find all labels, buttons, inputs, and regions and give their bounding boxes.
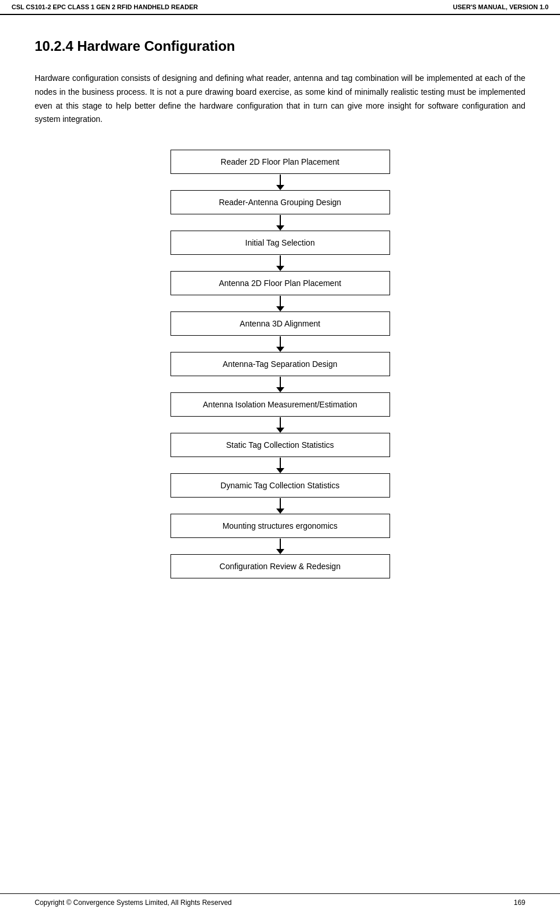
arrow-line <box>280 498 281 509</box>
flow-arrow <box>276 214 284 231</box>
arrow-line <box>280 215 281 225</box>
flow-arrow <box>276 336 284 352</box>
flowchart: Reader 2D Floor Plan PlacementReader-Ant… <box>35 150 525 578</box>
arrow-head <box>276 387 284 392</box>
footer-copyright: Copyright © Convergence Systems Limited,… <box>35 899 232 907</box>
arrow-head <box>276 468 284 473</box>
body-paragraph: Hardware configuration consists of desig… <box>35 72 525 127</box>
arrow-head <box>276 225 284 231</box>
flow-box: Static Tag Collection Statistics <box>170 433 390 457</box>
arrow-head <box>276 549 284 554</box>
flow-arrow <box>276 255 284 271</box>
arrow-head <box>276 428 284 433</box>
page-header: CSL CS101-2 EPC CLASS 1 GEN 2 RFID HANDH… <box>0 0 560 15</box>
footer-page-number: 169 <box>514 899 525 907</box>
arrow-line <box>280 336 281 347</box>
page-footer: Copyright © Convergence Systems Limited,… <box>0 893 560 907</box>
flow-arrow <box>276 417 284 433</box>
flow-arrow <box>276 498 284 514</box>
flow-box: Dynamic Tag Collection Statistics <box>170 473 390 498</box>
arrow-line <box>280 458 281 468</box>
flow-box: Reader-Antenna Grouping Design <box>170 190 390 214</box>
flow-box: Mounting structures ergonomics <box>170 514 390 538</box>
arrow-line <box>280 539 281 549</box>
arrow-line <box>280 377 281 387</box>
flow-box: Antenna Isolation Measurement/Estimation <box>170 392 390 417</box>
arrow-head <box>276 185 284 190</box>
flow-box: Initial Tag Selection <box>170 231 390 255</box>
arrow-head <box>276 306 284 311</box>
arrow-head <box>276 266 284 271</box>
flow-box: Reader 2D Floor Plan Placement <box>170 150 390 174</box>
flow-box: Configuration Review & Redesign <box>170 554 390 578</box>
arrow-line <box>280 175 281 185</box>
arrow-line <box>280 255 281 266</box>
flow-arrow <box>276 295 284 311</box>
arrow-line <box>280 417 281 428</box>
flow-arrow <box>276 174 284 190</box>
header-left: CSL CS101-2 EPC CLASS 1 GEN 2 RFID HANDH… <box>12 3 198 10</box>
arrow-line <box>280 296 281 306</box>
arrow-head <box>276 347 284 352</box>
arrow-head <box>276 509 284 514</box>
flow-arrow <box>276 376 284 392</box>
flow-arrow <box>276 538 284 554</box>
flow-box: Antenna 2D Floor Plan Placement <box>170 271 390 295</box>
flow-box: Antenna-Tag Separation Design <box>170 352 390 376</box>
main-content: 10.2.4 Hardware Configuration Hardware c… <box>0 15 560 613</box>
flow-box: Antenna 3D Alignment <box>170 311 390 336</box>
flow-arrow <box>276 457 284 473</box>
section-heading: 10.2.4 Hardware Configuration <box>35 38 525 54</box>
header-right: USER'S MANUAL, VERSION 1.0 <box>453 3 548 10</box>
